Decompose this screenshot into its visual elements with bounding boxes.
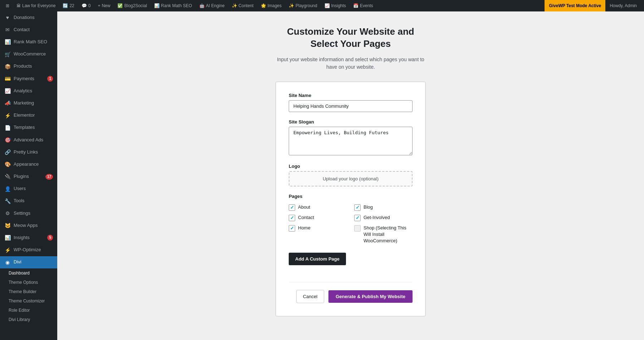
logo-label: Logo: [289, 164, 413, 169]
sidebar-item-templates[interactable]: 📄 Templates: [0, 122, 57, 134]
site-name-group: Site Name: [289, 93, 413, 112]
home-checkbox[interactable]: [289, 225, 295, 232]
site-name-item[interactable]: 🏛 Law for Everyone: [14, 0, 58, 11]
sidebar-item-advanced-ads[interactable]: 🎯 Advanced Ads: [0, 134, 57, 146]
main-content: Customize Your Website and Select Your P…: [57, 11, 644, 340]
sidebar-sub-divi-library[interactable]: Divi Library: [0, 315, 57, 324]
page-title: Customize Your Website and Select Your P…: [287, 26, 414, 50]
contact-icon: ✉: [4, 26, 11, 33]
events-item[interactable]: 📅 Events: [350, 0, 376, 11]
wp-logo-item[interactable]: ⊞: [3, 0, 12, 11]
site-slogan-input[interactable]: [289, 127, 413, 155]
comments-icon: 💬: [82, 3, 87, 8]
logo-group: Logo Upload your logo (optional): [289, 164, 413, 186]
sidebar-item-products[interactable]: 📦 Products: [0, 60, 57, 73]
logo-upload-button[interactable]: Upload your logo (optional): [289, 171, 413, 186]
sidebar-item-insights[interactable]: 📊 Insights 5: [0, 232, 57, 244]
sidebar-item-analytics[interactable]: 📈 Analytics: [0, 85, 57, 97]
rank-math-item[interactable]: 📊 Rank Math SEO: [151, 0, 195, 11]
settings-icon: ⚙: [4, 210, 11, 217]
new-icon: +: [98, 3, 100, 8]
sidebar-sub-theme-customizer[interactable]: Theme Customizer: [0, 296, 57, 306]
sidebar-item-tools[interactable]: 🔧 Tools: [0, 195, 57, 207]
page-item-blog[interactable]: Blog: [354, 204, 413, 211]
page-item-get-involved[interactable]: Get-Involved: [354, 214, 413, 221]
content-icon: ✨: [232, 3, 237, 8]
sidebar-item-settings[interactable]: ⚙ Settings: [0, 207, 57, 219]
users-icon: 👤: [4, 186, 11, 192]
sidebar-item-elementor[interactable]: ⚡ Elementor: [0, 110, 57, 122]
add-custom-page-button[interactable]: Add A Custom Page: [289, 253, 346, 265]
site-icon: 🏛: [16, 3, 21, 8]
sidebar-item-contact[interactable]: ✉ Contact: [0, 24, 57, 36]
sidebar-sub-dashboard[interactable]: Dashboard: [0, 268, 57, 278]
contact-checkbox[interactable]: [289, 215, 295, 221]
pretty-links-icon: 🔗: [4, 149, 11, 155]
sidebar-sub-theme-options[interactable]: Theme Options: [0, 278, 57, 287]
site-slogan-group: Site Slogan: [289, 119, 413, 156]
form-card: Site Name Site Slogan Logo Upload your l…: [275, 82, 426, 317]
admin-bar-right: GiveWP Test Mode Active Howdy, Admin: [545, 0, 641, 11]
sidebar-item-meow-apps[interactable]: 🐱 Meow Apps: [0, 219, 57, 232]
sidebar-item-divi[interactable]: ◉ Divi: [0, 256, 57, 268]
content-item[interactable]: ✨ Content: [229, 0, 257, 11]
woocommerce-icon: 🛒: [4, 51, 11, 58]
updates-icon: 🔄: [63, 3, 68, 8]
payments-icon: 💳: [4, 76, 11, 82]
sidebar-item-rank-math[interactable]: 📊 Rank Math SEO: [0, 36, 57, 48]
insights-item[interactable]: 📈 Insights: [322, 0, 349, 11]
page-item-about[interactable]: About: [289, 204, 347, 211]
layout: ♥ Donations ✉ Contact 📊 Rank Math SEO 🛒 …: [0, 11, 644, 340]
site-name-input[interactable]: [289, 100, 413, 112]
sidebar-item-marketing[interactable]: 📣 Marketing: [0, 97, 57, 109]
sidebar-item-woocommerce[interactable]: 🛒 WooCommerce: [0, 48, 57, 60]
about-checkbox[interactable]: [289, 204, 295, 211]
meow-apps-icon: 🐱: [4, 222, 11, 229]
playground-icon: ✨: [289, 3, 294, 8]
new-item[interactable]: + New: [95, 0, 113, 11]
updates-item[interactable]: 🔄 22: [60, 0, 77, 11]
sidebar-sub-theme-builder[interactable]: Theme Builder: [0, 287, 57, 296]
tools-icon: 🔧: [4, 198, 11, 204]
page-item-contact[interactable]: Contact: [289, 214, 347, 221]
sidebar-sub-role-editor[interactable]: Role Editor: [0, 306, 57, 315]
admin-bar: ⊞ 🏛 Law for Everyone 🔄 22 💬 0 + New ✅ Bl…: [0, 0, 644, 11]
analytics-icon: 📈: [4, 88, 11, 94]
elementor-icon: ⚡: [4, 112, 11, 119]
sidebar-item-wp-optimize[interactable]: ⚡ WP-Optimize: [0, 244, 57, 256]
sidebar-item-appearance[interactable]: 🎨 Appearance: [0, 158, 57, 170]
get-involved-checkbox[interactable]: [354, 215, 361, 221]
pages-grid: About Blog Contact Get-Involved: [289, 204, 413, 244]
plugins-icon: 🔌: [4, 173, 11, 180]
site-name-label: Site Name: [289, 93, 413, 98]
page-item-shop[interactable]: Shop (Selecting This Will Install WooCom…: [354, 225, 413, 244]
publish-button[interactable]: Generate & Publish My Website: [328, 290, 413, 303]
sidebar-item-donations[interactable]: ♥ Donations: [0, 11, 57, 24]
cancel-button[interactable]: Cancel: [296, 290, 324, 303]
events-icon: 📅: [353, 3, 358, 8]
form-footer: Cancel Generate & Publish My Website: [289, 282, 413, 303]
insights-bar-icon: 📈: [325, 3, 330, 8]
howdy-item[interactable]: Howdy, Admin: [605, 0, 641, 11]
playground-item[interactable]: ✨ Playground: [286, 0, 320, 11]
blog2social-item[interactable]: ✅ Blog2Social: [114, 0, 150, 11]
comments-item[interactable]: 💬 0: [79, 0, 94, 11]
sidebar-item-pretty-links[interactable]: 🔗 Pretty Links: [0, 146, 57, 158]
givewp-badge[interactable]: GiveWP Test Mode Active: [545, 0, 605, 11]
sidebar-item-payments[interactable]: 💳 Payments 1: [0, 73, 57, 85]
blog-checkbox[interactable]: [354, 204, 361, 211]
wp-logo-icon: ⊞: [6, 3, 9, 8]
products-icon: 📦: [4, 63, 11, 70]
ai-engine-item[interactable]: 🤖 AI Engine: [196, 0, 228, 11]
images-item[interactable]: 🌟 Images: [258, 0, 284, 11]
blog2social-icon: ✅: [117, 3, 123, 8]
sidebar-item-users[interactable]: 👤 Users: [0, 183, 57, 195]
sidebar-item-plugins[interactable]: 🔌 Plugins 17: [0, 170, 57, 183]
appearance-icon: 🎨: [4, 161, 11, 167]
pages-group: Pages About Blog Contact: [289, 194, 413, 276]
shop-checkbox[interactable]: [354, 225, 361, 232]
marketing-icon: 📣: [4, 100, 11, 106]
page-item-home[interactable]: Home: [289, 225, 347, 244]
rank-math-sidebar-icon: 📊: [4, 39, 11, 45]
site-slogan-label: Site Slogan: [289, 119, 413, 125]
